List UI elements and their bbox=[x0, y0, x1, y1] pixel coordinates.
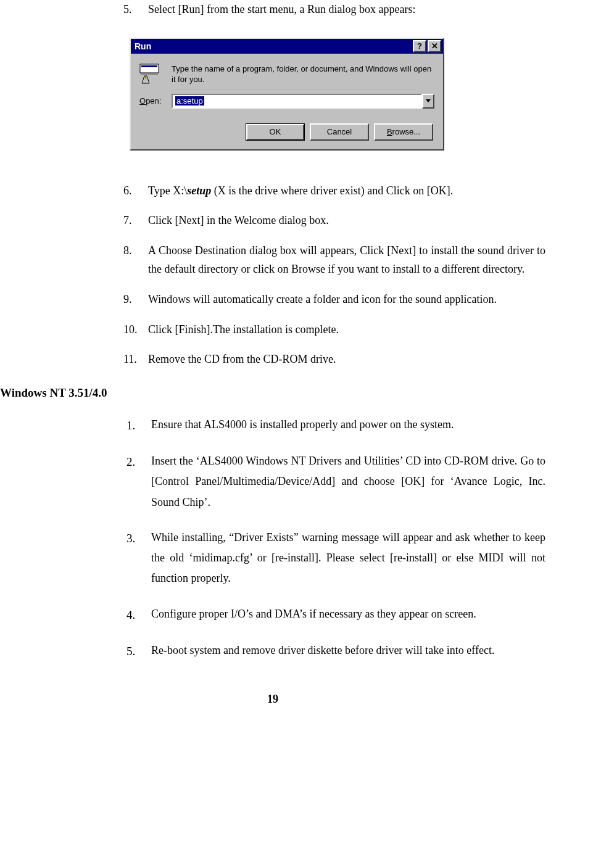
page-number: 19 bbox=[0, 693, 545, 706]
step-11: 11. Remove the CD from the CD-ROM drive. bbox=[123, 350, 545, 369]
step-text: While installing, “Driver Exists” warnin… bbox=[151, 527, 545, 589]
run-dialog: Run ? ✕ Type the name of a p bbox=[130, 38, 444, 151]
step-text: Click [Finish].The installation is compl… bbox=[148, 320, 545, 339]
instruction-text: Type the name of a program, folder, or d… bbox=[172, 64, 434, 85]
step-text: Remove the CD from the CD-ROM drive. bbox=[148, 350, 545, 369]
step-number: 6. bbox=[123, 181, 148, 200]
window-title: Run bbox=[135, 41, 412, 51]
open-combobox[interactable]: a:setup bbox=[172, 94, 434, 109]
open-label: Open: bbox=[139, 96, 172, 105]
step-text: Click [Next] in the Welcome dialog box. bbox=[148, 211, 545, 230]
step-number: 3. bbox=[126, 527, 151, 589]
dropdown-button[interactable] bbox=[422, 94, 434, 109]
help-button[interactable]: ? bbox=[413, 40, 426, 52]
step-text: Ensure that ALS4000 is installed properl… bbox=[151, 415, 545, 436]
step-10: 10. Click [Finish].The installation is c… bbox=[123, 320, 545, 339]
cancel-button[interactable]: Cancel bbox=[310, 123, 369, 141]
step-text: A Choose Destination dialog box will app… bbox=[148, 241, 545, 279]
step-5: 5. Select [Run] from the start menu, a R… bbox=[123, 0, 545, 19]
step-number: 1. bbox=[126, 415, 151, 436]
svg-rect-1 bbox=[141, 65, 157, 67]
step-number: 10. bbox=[123, 320, 148, 339]
step-text: Select [Run] from the start menu, a Run … bbox=[148, 0, 545, 19]
step-number: 4. bbox=[126, 604, 151, 626]
step-text: Configure proper I/O’s and DMA’s if nece… bbox=[151, 604, 545, 626]
run-dialog-figure: Run ? ✕ Type the name of a p bbox=[130, 38, 545, 151]
nt-step-5: 5. Re-boot system and remove driver disk… bbox=[126, 640, 545, 662]
step-6: 6. Type X:\setup (X is the drive where d… bbox=[123, 181, 545, 200]
svg-rect-2 bbox=[141, 73, 158, 75]
nt-step-3: 3. While installing, “Driver Exists” war… bbox=[126, 527, 545, 589]
step-number: 7. bbox=[123, 211, 148, 230]
step-8: 8. A Choose Destination dialog box will … bbox=[123, 241, 545, 279]
ok-button[interactable]: OK bbox=[246, 123, 305, 141]
run-icon bbox=[139, 64, 163, 85]
section-heading-windows-nt: Windows NT 3.51/4.0 bbox=[0, 386, 545, 400]
browse-button[interactable]: Browse... bbox=[374, 123, 433, 141]
step-text: Insert the ‘ALS4000 Windows NT Drivers a… bbox=[151, 451, 545, 513]
step-number: 2. bbox=[126, 451, 151, 513]
nt-step-1: 1. Ensure that ALS4000 is installed prop… bbox=[126, 415, 545, 436]
step-number: 9. bbox=[123, 290, 148, 309]
nt-step-4: 4. Configure proper I/O’s and DMA’s if n… bbox=[126, 604, 545, 626]
step-text: Type X:\setup (X is the drive where driv… bbox=[148, 181, 545, 200]
step-number: 5. bbox=[126, 640, 151, 662]
step-number: 8. bbox=[123, 241, 148, 279]
step-7: 7. Click [Next] in the Welcome dialog bo… bbox=[123, 211, 545, 230]
open-input[interactable]: a:setup bbox=[172, 94, 422, 109]
step-number: 11. bbox=[123, 350, 148, 369]
step-text: Windows will automatically create a fold… bbox=[148, 290, 545, 309]
step-9: 9. Windows will automatically create a f… bbox=[123, 290, 545, 309]
step-text: Re-boot system and remove driver diskett… bbox=[151, 640, 545, 662]
nt-step-2: 2. Insert the ‘ALS4000 Windows NT Driver… bbox=[126, 451, 545, 513]
close-button[interactable]: ✕ bbox=[428, 40, 441, 52]
step-number: 5. bbox=[123, 0, 148, 19]
titlebar: Run ? ✕ bbox=[131, 39, 443, 54]
